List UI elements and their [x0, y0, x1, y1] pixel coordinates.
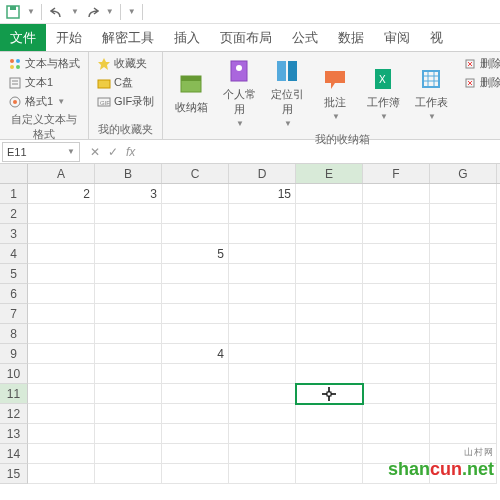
cell[interactable] [430, 184, 497, 204]
cell[interactable] [28, 244, 95, 264]
redo-icon[interactable] [83, 3, 101, 21]
cell[interactable] [363, 424, 430, 444]
cell[interactable] [296, 264, 363, 284]
cell[interactable] [28, 344, 95, 364]
cell[interactable] [430, 284, 497, 304]
select-all-corner[interactable] [0, 164, 28, 183]
cell[interactable] [229, 304, 296, 324]
cell[interactable] [363, 204, 430, 224]
col-header[interactable]: E [296, 164, 363, 183]
format1-button[interactable]: 格式1▼ [6, 93, 82, 110]
cell[interactable] [28, 364, 95, 384]
tab-view[interactable]: 视 [420, 24, 453, 51]
cell[interactable] [162, 184, 229, 204]
cell[interactable] [430, 224, 497, 244]
cell[interactable] [296, 184, 363, 204]
cell[interactable] [95, 244, 162, 264]
cell[interactable]: 5 [162, 244, 229, 264]
cell[interactable] [28, 464, 95, 484]
cell[interactable] [363, 344, 430, 364]
cell[interactable] [28, 264, 95, 284]
cell[interactable] [296, 224, 363, 244]
locate-button[interactable]: 定位引用▼ [265, 55, 309, 130]
cancel-icon[interactable]: ✕ [90, 145, 100, 159]
col-header[interactable]: F [363, 164, 430, 183]
cell[interactable] [296, 204, 363, 224]
cell[interactable] [363, 404, 430, 424]
row-header[interactable]: 7 [0, 304, 28, 324]
cell[interactable] [229, 384, 296, 404]
workbook-button[interactable]: X工作簿▼ [361, 55, 405, 130]
col-header[interactable]: C [162, 164, 229, 183]
cell[interactable] [363, 284, 430, 304]
cell[interactable] [430, 304, 497, 324]
tab-insert[interactable]: 插入 [164, 24, 210, 51]
cell[interactable] [28, 424, 95, 444]
cell[interactable]: 2 [28, 184, 95, 204]
favorites-button[interactable]: 收藏夹 [95, 55, 156, 72]
cell[interactable] [430, 244, 497, 264]
cell[interactable] [296, 324, 363, 344]
col-header[interactable]: G [430, 164, 497, 183]
cell[interactable] [296, 424, 363, 444]
cell[interactable] [162, 384, 229, 404]
name-box[interactable]: E11▼ [2, 142, 80, 162]
row-header[interactable]: 14 [0, 444, 28, 464]
cell[interactable] [95, 364, 162, 384]
cell[interactable] [95, 344, 162, 364]
col-header[interactable]: D [229, 164, 296, 183]
cell[interactable] [28, 204, 95, 224]
worksheet-button[interactable]: 工作表▼ [409, 55, 453, 130]
cdrive-button[interactable]: C盘 [95, 74, 156, 91]
cell[interactable] [95, 404, 162, 424]
chevron-down-icon[interactable]: ▼ [27, 7, 35, 16]
cell[interactable] [430, 364, 497, 384]
cell[interactable] [229, 404, 296, 424]
cell[interactable] [162, 304, 229, 324]
tab-home[interactable]: 开始 [46, 24, 92, 51]
cell[interactable] [430, 204, 497, 224]
row-header[interactable]: 8 [0, 324, 28, 344]
row-header[interactable]: 5 [0, 264, 28, 284]
row-header[interactable]: 15 [0, 464, 28, 484]
cell[interactable] [95, 424, 162, 444]
cell[interactable] [296, 304, 363, 324]
cell[interactable]: 3 [95, 184, 162, 204]
cell[interactable] [430, 384, 497, 404]
cell[interactable] [229, 264, 296, 284]
cell[interactable] [430, 424, 497, 444]
personal-button[interactable]: 个人常用▼ [217, 55, 261, 130]
chevron-down-icon[interactable]: ▼ [71, 7, 79, 16]
cell[interactable] [162, 284, 229, 304]
chevron-down-icon[interactable]: ▼ [67, 147, 75, 156]
col-header[interactable]: A [28, 164, 95, 183]
row-header[interactable]: 3 [0, 224, 28, 244]
tab-review[interactable]: 审阅 [374, 24, 420, 51]
tab-formula[interactable]: 公式 [282, 24, 328, 51]
cell[interactable] [229, 444, 296, 464]
cell[interactable] [296, 344, 363, 364]
cell[interactable] [95, 264, 162, 284]
cell[interactable] [162, 424, 229, 444]
row-header[interactable]: 6 [0, 284, 28, 304]
cell[interactable] [296, 244, 363, 264]
cell[interactable] [162, 264, 229, 284]
cell[interactable] [229, 324, 296, 344]
cell[interactable] [28, 284, 95, 304]
tab-decrypt[interactable]: 解密工具 [92, 24, 164, 51]
cell[interactable] [363, 264, 430, 284]
cell[interactable]: 15 [229, 184, 296, 204]
text-format-button[interactable]: 文本与格式 [6, 55, 82, 72]
row-header[interactable]: 1 [0, 184, 28, 204]
cell[interactable] [296, 284, 363, 304]
cell[interactable]: 4 [162, 344, 229, 364]
cell[interactable] [296, 444, 363, 464]
fx-icon[interactable]: fx [126, 145, 135, 159]
cell[interactable] [95, 224, 162, 244]
cell[interactable] [296, 464, 363, 484]
row-header[interactable]: 13 [0, 424, 28, 444]
cell[interactable] [229, 424, 296, 444]
cell[interactable] [28, 444, 95, 464]
cell[interactable] [95, 324, 162, 344]
cell[interactable] [363, 244, 430, 264]
